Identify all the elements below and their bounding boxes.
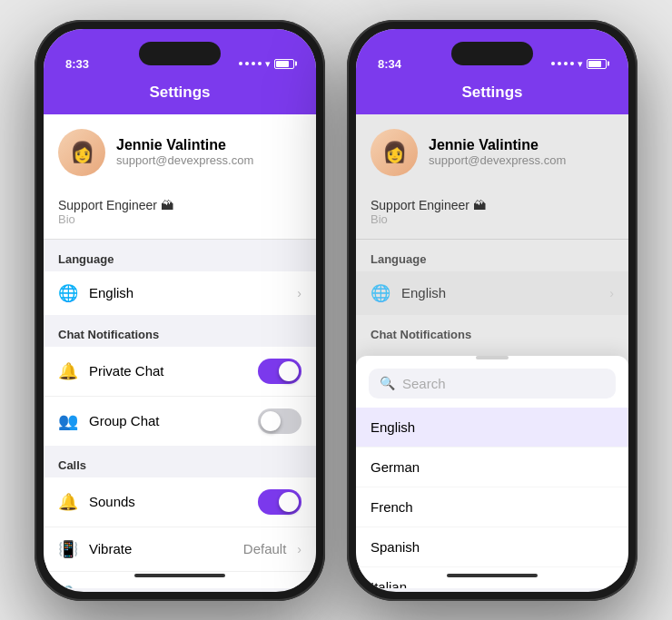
language-option-french[interactable]: French	[356, 487, 628, 527]
sounds-icon: 🔔	[58, 492, 78, 512]
profile-bio-left: Bio	[58, 212, 301, 226]
profile-info-left: Jennie Valintine support@devexpress.com	[116, 137, 253, 167]
search-icon-right: 🔍	[380, 376, 395, 390]
profile-section-right: 👩 Jennie Valintine support@devexpress.co…	[356, 114, 628, 191]
profile-role-left: Support Engineer 🏔	[58, 198, 301, 212]
globe-icon-right: 🌐	[371, 283, 390, 303]
signal-icon	[239, 62, 262, 65]
wifi-icon-right: ▾	[578, 58, 583, 70]
chevron-language-left: ›	[297, 286, 301, 300]
profile-name-right: Jennie Valintine	[429, 137, 566, 153]
language-group-left: 🌐 English ›	[44, 271, 316, 315]
calls-label-left: Calls	[44, 446, 316, 477]
settings-header-right: Settings	[356, 76, 628, 114]
group-chat-label: Group Chat	[89, 413, 247, 428]
battery-icon-right	[587, 59, 607, 69]
language-option-german[interactable]: German	[356, 448, 628, 487]
language-search-box[interactable]: 🔍 Search	[369, 369, 616, 399]
right-phone: 8:34 ▾ Settings	[347, 20, 637, 601]
sheet-handle	[476, 356, 509, 359]
bell-outline-icon: 🔔	[58, 361, 78, 381]
language-row-left[interactable]: 🌐 English ›	[44, 271, 316, 315]
notifications-label-left: Chat Notifications	[44, 315, 316, 347]
globe-icon-left: 🌐	[58, 283, 78, 303]
profile-name-left: Jennie Valintine	[116, 137, 253, 153]
profile-email-right: support@devexpress.com	[429, 153, 566, 167]
header-title-left: Settings	[149, 84, 210, 101]
phone-screen-left: 8:33 ▾ Settings	[44, 29, 316, 592]
profile-role-right: Support Engineer 🏔	[371, 198, 614, 212]
profile-extra-left: Support Engineer 🏔 Bio	[44, 191, 316, 240]
sounds-label: Sounds	[89, 494, 247, 509]
settings-header-left: Settings	[44, 76, 316, 114]
blacklist-label: Blacklist	[89, 586, 286, 588]
private-chat-row[interactable]: 🔔 Private Chat	[44, 347, 316, 397]
time-left: 8:33	[65, 57, 89, 71]
private-chat-toggle[interactable]	[258, 359, 301, 384]
notifications-label-right: Chat Notifications	[356, 315, 628, 347]
vibrate-icon: 📳	[58, 539, 78, 559]
signal-icon-right	[551, 62, 574, 65]
language-option-spanish[interactable]: Spanish	[356, 527, 628, 567]
chevron-language-right: ›	[609, 286, 614, 300]
language-row-right[interactable]: 🌐 English ›	[356, 271, 628, 315]
profile-section-left: 👩 Jennie Valintine support@devexpress.co…	[44, 114, 316, 191]
wifi-icon: ▾	[265, 58, 271, 70]
group-chat-row[interactable]: 👥 Group Chat	[44, 397, 316, 446]
vibrate-row[interactable]: 📳 Vibrate Default ›	[44, 527, 316, 572]
status-icons-left: ▾	[239, 58, 294, 70]
notifications-group-left: 🔔 Private Chat 👥 Group Chat	[44, 347, 316, 446]
language-option-italian[interactable]: Italian	[356, 567, 628, 588]
private-chat-label: Private Chat	[89, 363, 247, 379]
language-value-left: English	[89, 285, 286, 300]
home-indicator-left	[134, 574, 225, 577]
group-chat-toggle[interactable]	[258, 408, 301, 434]
language-label-left: Language	[44, 240, 316, 271]
vibrate-value: Default	[243, 541, 287, 556]
vibrate-label: Vibrate	[89, 541, 232, 556]
left-phone: 8:33 ▾ Settings	[35, 20, 325, 601]
profile-info-right: Jennie Valintine support@devexpress.com	[429, 137, 566, 167]
sounds-toggle[interactable]	[258, 489, 301, 515]
screen-content-left[interactable]: 👩 Jennie Valintine support@devexpress.co…	[44, 114, 316, 588]
search-placeholder: Search	[402, 376, 446, 391]
language-group-right: 🌐 English ›	[356, 271, 628, 315]
home-indicator-right	[447, 574, 538, 577]
status-icons-right: ▾	[551, 58, 607, 70]
header-title-right: Settings	[461, 84, 522, 101]
language-value-right: English	[401, 285, 598, 300]
language-option-english[interactable]: English	[356, 408, 628, 448]
dynamic-island-right	[451, 42, 533, 65]
screen-content-right[interactable]: 👩 Jennie Valintine support@devexpress.co…	[356, 114, 628, 588]
avatar-right: 👩	[371, 129, 418, 176]
language-dropdown-sheet[interactable]: 🔍 Search English German French Spanish I…	[356, 356, 628, 588]
avatar-left: 👩	[58, 129, 105, 176]
phone-screen-right: 8:34 ▾ Settings	[356, 29, 628, 592]
language-label-right: Language	[356, 240, 628, 271]
dynamic-island-left	[139, 42, 221, 65]
profile-bio-right: Bio	[371, 212, 614, 226]
profile-email-left: support@devexpress.com	[116, 153, 253, 167]
group-icon: 👥	[58, 411, 78, 431]
battery-icon	[274, 59, 294, 69]
time-right: 8:34	[378, 57, 401, 71]
chevron-vibrate: ›	[297, 542, 301, 556]
calls-group-left: 🔔 Sounds 📳 Vibrate Default › 🔒 Blacklist…	[44, 477, 316, 588]
profile-extra-right: Support Engineer 🏔 Bio	[356, 191, 628, 240]
sounds-row[interactable]: 🔔 Sounds	[44, 477, 316, 527]
